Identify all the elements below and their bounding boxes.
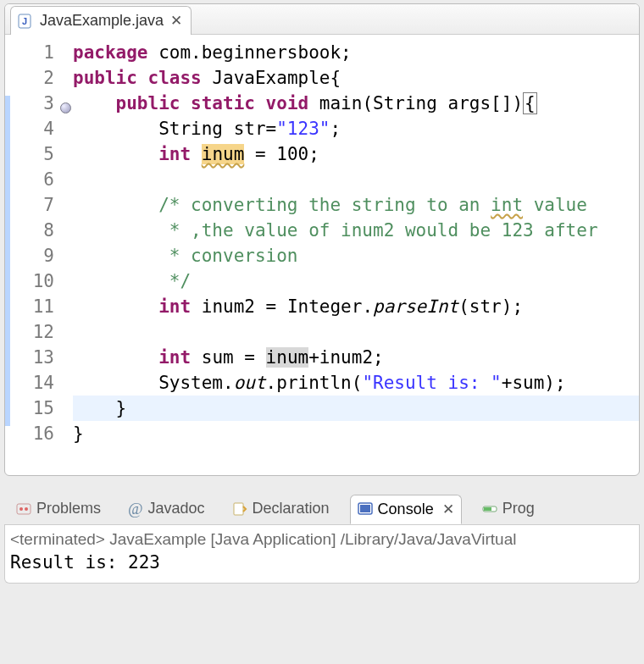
editor-tab-bar: J JavaExample.java ✕ bbox=[5, 4, 639, 35]
tab-label: Console bbox=[378, 501, 434, 518]
javadoc-icon: @ bbox=[128, 500, 142, 518]
code-line[interactable]: * conversion bbox=[73, 243, 639, 268]
code-line[interactable]: int inum = 100; bbox=[73, 141, 639, 167]
tab-label: Declaration bbox=[253, 500, 330, 517]
code-line[interactable]: public class JavaExample{ bbox=[73, 65, 639, 91]
svg-text:J: J bbox=[22, 16, 27, 26]
code-line[interactable]: */ bbox=[73, 268, 639, 294]
line-number: 12 bbox=[10, 319, 54, 345]
code-line[interactable]: public static void main(String args[]){ bbox=[73, 91, 639, 116]
line-number: 9 bbox=[10, 243, 54, 268]
editor-tab-javaexample[interactable]: J JavaExample.java ✕ bbox=[10, 6, 192, 35]
code-line[interactable] bbox=[73, 167, 639, 192]
line-number: 7 bbox=[10, 192, 54, 218]
code-line[interactable] bbox=[73, 319, 639, 345]
line-number: 8 bbox=[10, 218, 54, 243]
code-editor[interactable]: 12345678910111213141516 package com.begi… bbox=[5, 35, 639, 451]
java-file-icon: J bbox=[18, 14, 33, 29]
svg-rect-9 bbox=[484, 507, 491, 511]
line-number: 14 bbox=[10, 370, 54, 396]
tab-declaration[interactable]: Declaration bbox=[225, 495, 336, 523]
line-number: 1 bbox=[10, 40, 54, 65]
line-number: 2 bbox=[10, 65, 54, 91]
tab-console[interactable]: Console ✕ bbox=[350, 495, 462, 524]
tab-label: Prog bbox=[502, 500, 535, 517]
svg-rect-7 bbox=[360, 505, 370, 512]
close-icon[interactable]: ✕ bbox=[170, 12, 182, 30]
code-line[interactable]: int sum = inum+inum2; bbox=[73, 345, 639, 370]
line-number: 6 bbox=[10, 167, 54, 192]
svg-rect-5 bbox=[234, 503, 243, 515]
code-line[interactable]: * ,the value of inum2 would be 123 after bbox=[73, 218, 639, 243]
tab-javadoc[interactable]: @ Javadoc bbox=[121, 495, 212, 523]
line-number: 10 bbox=[10, 268, 54, 294]
fold-toggle-icon[interactable] bbox=[60, 102, 71, 113]
line-number: 15 bbox=[10, 396, 54, 421]
svg-point-3 bbox=[19, 507, 23, 511]
line-number: 11 bbox=[10, 294, 54, 319]
console-view: <terminated> JavaExample [Java Applicati… bbox=[4, 525, 640, 584]
code-line[interactable]: /* converting the string to an int value bbox=[73, 192, 639, 218]
line-number: 5 bbox=[10, 141, 54, 167]
line-number: 3 bbox=[10, 91, 54, 116]
line-number: 16 bbox=[10, 421, 54, 446]
line-number-gutter: 12345678910111213141516 bbox=[10, 40, 61, 451]
code-content[interactable]: package com.beginnersbook;public class J… bbox=[73, 40, 639, 451]
line-number: 13 bbox=[10, 345, 54, 370]
declaration-icon bbox=[232, 501, 247, 517]
editor-tab-label: JavaExample.java bbox=[40, 12, 164, 30]
svg-rect-2 bbox=[17, 504, 31, 514]
console-output[interactable]: Result is: 223 bbox=[10, 552, 634, 573]
close-icon[interactable]: ✕ bbox=[442, 501, 454, 518]
fold-gutter bbox=[61, 40, 73, 451]
bottom-pane: Problems @ Javadoc Declaration Console ✕… bbox=[4, 488, 640, 584]
console-icon bbox=[358, 501, 373, 517]
editor-pane: J JavaExample.java ✕ 1234567891011121314… bbox=[4, 3, 640, 476]
tab-label: Problems bbox=[36, 500, 101, 517]
code-line[interactable]: String str="123"; bbox=[73, 116, 639, 141]
code-line[interactable]: package com.beginnersbook; bbox=[73, 40, 639, 65]
code-line[interactable]: } bbox=[73, 421, 639, 446]
tab-problems[interactable]: Problems bbox=[9, 495, 108, 523]
tab-label: Javadoc bbox=[148, 500, 205, 517]
line-number: 4 bbox=[10, 116, 54, 141]
progress-icon bbox=[482, 501, 497, 517]
view-tab-bar: Problems @ Javadoc Declaration Console ✕… bbox=[4, 488, 640, 525]
svg-point-4 bbox=[25, 507, 28, 511]
tab-progress[interactable]: Prog bbox=[475, 495, 541, 523]
problems-icon bbox=[16, 501, 31, 517]
console-process-header: <terminated> JavaExample [Java Applicati… bbox=[10, 528, 634, 552]
code-line[interactable]: } bbox=[73, 396, 639, 421]
code-line[interactable]: int inum2 = Integer.parseInt(str); bbox=[73, 294, 639, 319]
code-line[interactable]: System.out.println("Result is: "+sum); bbox=[73, 370, 639, 396]
